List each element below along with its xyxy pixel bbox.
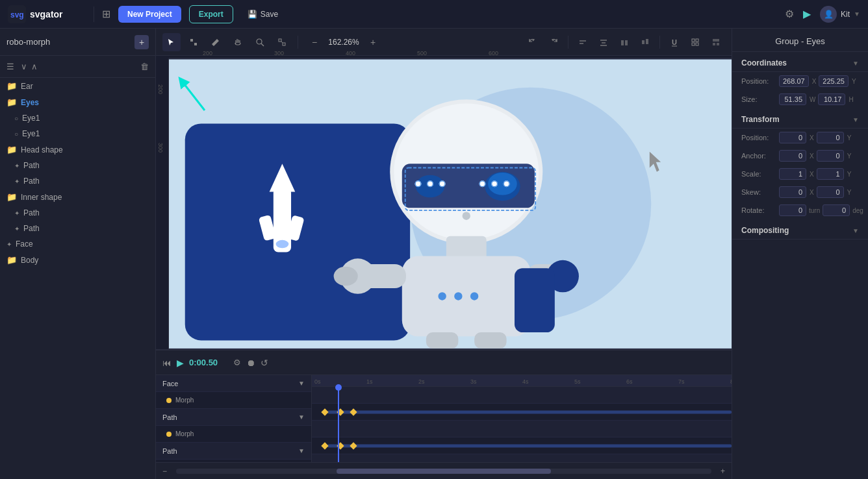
layer-label-face: Face <box>16 240 33 249</box>
tl-row-path1-header[interactable]: Path ▼ <box>156 409 311 426</box>
keyframe-p1-start[interactable] <box>321 442 328 449</box>
star-icon-face: ✦ <box>6 241 12 248</box>
hand-tool[interactable] <box>229 33 247 51</box>
align-tool-1[interactable] <box>574 33 592 51</box>
layer-item-path3[interactable]: ✦ Path <box>0 205 155 221</box>
user-area[interactable]: 👤 Kit ▼ <box>820 6 860 23</box>
timeline-time: 0:00.50 <box>189 358 228 367</box>
tl-scrollbar-thumb[interactable] <box>337 469 551 474</box>
grid-icon[interactable]: ⊞ <box>102 8 110 20</box>
t-skew-x[interactable]: 0 <box>779 186 806 198</box>
face-expand-icon[interactable]: ▼ <box>298 380 305 387</box>
path2-expand-icon[interactable]: ▼ <box>298 447 305 454</box>
layer-item-eye1b[interactable]: ○ Eye1 <box>0 126 155 141</box>
underline-tool[interactable]: U <box>665 33 683 51</box>
zoom-in-button[interactable]: + <box>366 35 380 49</box>
layer-item-ear[interactable]: 📁 Ear <box>0 78 155 94</box>
keyframe-face-end[interactable] <box>350 408 357 415</box>
layer-item-eyes[interactable]: 📁 Eyes <box>0 94 155 110</box>
position-y-value[interactable]: 225.25 <box>819 75 849 87</box>
size-h-value[interactable]: 10.17 <box>818 93 845 105</box>
keyframe-p1-bar <box>327 444 732 447</box>
tl-playhead[interactable] <box>338 387 339 462</box>
keyframe-p1-end[interactable] <box>350 442 357 449</box>
layer-item-headshape[interactable]: 📁 Head shape <box>0 141 155 158</box>
timeline-settings-icon[interactable]: ⚙ <box>233 358 241 367</box>
transform-skew-row: Skew: 0 X 0 Y <box>732 183 868 201</box>
layer-label-eye1b: Eye1 <box>22 129 40 138</box>
coordinates-collapse-icon[interactable]: ▼ <box>852 60 859 67</box>
t-anc-y-axis: Y <box>847 153 852 160</box>
play-button[interactable]: ▶ <box>177 358 184 368</box>
layout-tool[interactable] <box>707 33 725 51</box>
align-tool-4[interactable] <box>636 33 654 51</box>
align-tool-3[interactable] <box>615 33 633 51</box>
export-button[interactable]: Export <box>189 5 233 23</box>
record-icon[interactable]: ⏺ <box>246 358 255 368</box>
size-h-axis: H <box>849 96 853 103</box>
compositing-collapse-icon[interactable]: ▼ <box>852 227 859 234</box>
redo-button[interactable] <box>544 33 563 51</box>
save-button[interactable]: 💾 Save <box>241 6 285 23</box>
tl-zoom-in-icon[interactable]: + <box>721 467 725 476</box>
path1-expand-icon[interactable]: ▼ <box>298 413 305 421</box>
t-anchor-x[interactable]: 0 <box>779 150 806 162</box>
collapse-icon[interactable]: ∧ <box>31 62 38 71</box>
timeline-tracks: 0s 1s 2s 3s 4s 5s 6s 7s 8s 9s 10s 11s <box>312 375 732 462</box>
settings-icon[interactable]: ⚙ <box>785 8 794 20</box>
position-x-axis: X <box>812 78 817 85</box>
nav-icons-left: ⊞ <box>102 8 110 20</box>
zoom-tool[interactable] <box>251 33 269 51</box>
expand-icon[interactable]: ∨ <box>21 62 27 71</box>
transform-collapse-icon[interactable]: ▼ <box>852 116 859 123</box>
t-skew-y[interactable]: 0 <box>817 186 844 198</box>
size-w-value[interactable]: 51.35 <box>779 93 806 105</box>
undo-button[interactable] <box>524 33 542 51</box>
star-icon-path2: ✦ <box>14 178 19 185</box>
t-scale-x[interactable]: 1 <box>779 168 806 180</box>
tl-row-path1-morph[interactable]: Morph <box>156 426 311 443</box>
layer-item-path1[interactable]: ✦ Path <box>0 158 155 173</box>
tl-row-path2-header[interactable]: Path ▼ <box>156 443 311 460</box>
layer-item-innershape[interactable]: 📁 Inner shape <box>0 189 155 205</box>
user-dropdown-icon: ▼ <box>854 10 860 18</box>
tl-scrollbar[interactable] <box>176 469 711 474</box>
loop-icon[interactable]: ↺ <box>261 358 268 368</box>
tl-row-face-morph[interactable]: Morph <box>156 392 311 409</box>
play-icon[interactable]: ▶ <box>803 8 811 20</box>
layers-list: 📁 Ear 📁 Eyes ○ Eye1 ○ Eye1 📁 Head shape <box>0 78 155 479</box>
pen-tool[interactable] <box>207 33 225 51</box>
size-w-axis: W <box>810 96 815 103</box>
new-project-button[interactable]: New Project <box>118 6 181 23</box>
node-tool[interactable] <box>185 33 203 51</box>
transform-anchor-row: Anchor: 0 X 0 Y <box>732 147 868 165</box>
t-rotate-turn[interactable]: 0 <box>779 204 806 216</box>
grid-tool[interactable] <box>686 33 704 51</box>
layer-item-body[interactable]: 📁 Body <box>0 252 155 268</box>
t-position-y[interactable]: 0 <box>817 132 844 143</box>
hamburger-icon[interactable]: ☰ <box>6 62 14 71</box>
layer-item-path4[interactable]: ✦ Path <box>0 221 155 236</box>
tl-zoom-out-icon[interactable]: − <box>162 467 167 476</box>
layer-item-face[interactable]: ✦ Face <box>0 236 155 252</box>
layer-controls: ☰ ∨ ∧ 🗑 <box>0 56 155 78</box>
project-title: robo-morph <box>6 37 129 47</box>
t-scale-y[interactable]: 1 <box>817 168 844 180</box>
t-rotate-deg[interactable]: 0 <box>823 204 850 216</box>
t-anchor-y[interactable]: 0 <box>817 150 844 162</box>
position-x-value[interactable]: 268.07 <box>779 75 809 87</box>
layer-item-path2[interactable]: ✦ Path <box>0 173 155 189</box>
keyframe-face-start[interactable] <box>321 408 328 415</box>
zoom-out-button[interactable]: − <box>307 35 322 49</box>
canvas[interactable] <box>169 58 732 349</box>
select-tool[interactable] <box>162 33 181 51</box>
skip-back-icon[interactable]: ⏮ <box>162 358 172 368</box>
layer-item-eye1a[interactable]: ○ Eye1 <box>0 110 155 126</box>
t-skew-label: Skew: <box>741 188 776 196</box>
add-layer-button[interactable]: + <box>134 35 149 49</box>
t-position-x[interactable]: 0 <box>779 132 806 143</box>
align-tool-2[interactable] <box>594 33 613 51</box>
delete-layer-icon[interactable]: 🗑 <box>140 62 149 71</box>
fit-tool[interactable] <box>273 33 291 51</box>
tl-row-face-header[interactable]: Face ▼ <box>156 375 311 392</box>
